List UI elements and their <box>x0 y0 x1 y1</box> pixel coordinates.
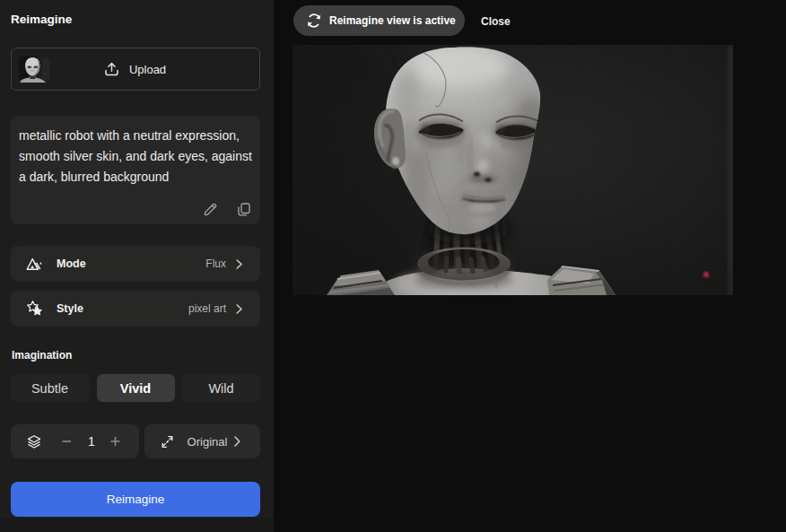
svg-text:Original: Original <box>188 435 228 449</box>
svg-text:1: 1 <box>88 434 95 449</box>
